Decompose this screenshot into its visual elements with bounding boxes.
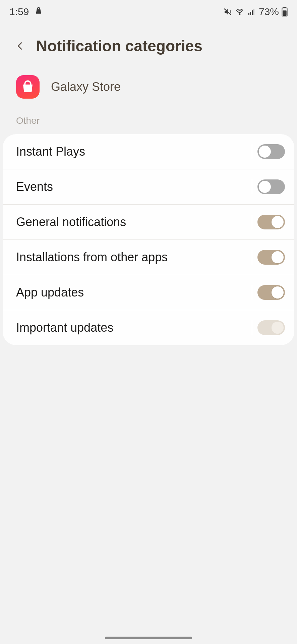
wifi-icon: 6 <box>235 8 245 16</box>
category-label: General notifications <box>16 215 126 229</box>
toggle-general-notifications[interactable] <box>257 215 285 229</box>
signal-icon <box>247 8 256 16</box>
status-time: 1:59 <box>9 6 29 17</box>
toggle-instant-plays[interactable] <box>257 144 285 159</box>
status-bar: 1:59 6 73% <box>0 0 297 23</box>
category-label: App updates <box>16 285 84 300</box>
divider <box>252 250 252 265</box>
battery-icon <box>282 7 288 16</box>
toggle-installations-other-apps[interactable] <box>257 250 285 265</box>
section-header-other: Other <box>0 112 297 134</box>
svg-point-1 <box>239 14 240 15</box>
toggle-important-updates[interactable] <box>257 320 285 335</box>
category-row-general-notifications[interactable]: General notifications <box>3 205 294 240</box>
page-title: Notification categories <box>36 37 202 55</box>
status-right: 6 73% <box>223 6 288 17</box>
svg-rect-9 <box>283 10 286 16</box>
svg-rect-5 <box>252 10 253 15</box>
notification-categories-list: Instant Plays Events General notificatio… <box>3 134 294 345</box>
category-row-installations-other-apps[interactable]: Installations from other apps <box>3 240 294 275</box>
divider <box>252 215 252 229</box>
category-label: Instant Plays <box>16 145 85 159</box>
toggle-app-updates[interactable] <box>257 285 285 300</box>
divider <box>252 179 252 194</box>
svg-text:6: 6 <box>241 8 243 11</box>
home-indicator[interactable] <box>105 637 192 639</box>
category-label: Events <box>16 180 53 194</box>
chevron-left-icon <box>15 39 25 53</box>
category-label: Installations from other apps <box>16 250 168 264</box>
divider <box>252 144 252 159</box>
bag-icon <box>34 6 43 17</box>
category-row-app-updates[interactable]: App updates <box>3 275 294 310</box>
toggle-events[interactable] <box>257 179 285 194</box>
status-left: 1:59 <box>9 6 43 17</box>
app-info-row[interactable]: Galaxy Store <box>0 68 297 112</box>
page-header: Notification categories <box>0 23 297 68</box>
svg-rect-4 <box>250 12 251 15</box>
svg-rect-3 <box>248 13 249 15</box>
app-name: Galaxy Store <box>51 80 121 94</box>
svg-rect-6 <box>253 9 254 15</box>
galaxy-store-icon <box>16 75 40 99</box>
battery-percent: 73% <box>259 6 279 17</box>
category-row-important-updates[interactable]: Important updates <box>3 310 294 345</box>
divider <box>252 285 252 300</box>
divider <box>252 320 252 335</box>
back-button[interactable] <box>13 39 27 53</box>
category-row-events[interactable]: Events <box>3 169 294 205</box>
category-row-instant-plays[interactable]: Instant Plays <box>3 134 294 169</box>
category-label: Important updates <box>16 321 113 335</box>
mute-vibrate-icon <box>223 8 232 16</box>
